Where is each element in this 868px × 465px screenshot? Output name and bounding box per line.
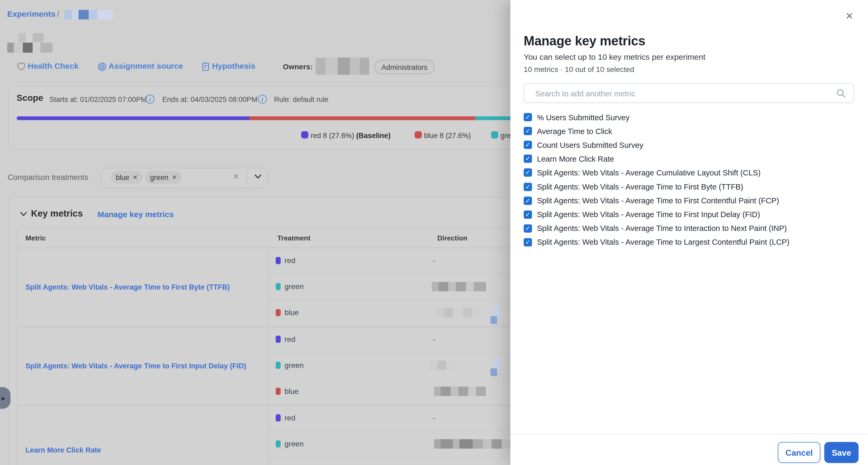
chip-label: blue [116, 173, 129, 181]
info-icon[interactable]: i [258, 95, 267, 104]
treatment-swatch-blue [276, 309, 281, 316]
legend-text: blue 8 (27.6%) [424, 132, 471, 140]
column-header-treatment: Treatment [277, 234, 310, 242]
checkbox-checked[interactable]: ✓ [524, 127, 532, 135]
treatment-name: green [285, 282, 304, 291]
metric-link-fid[interactable]: Split Agents: Web Vitals - Average Time … [26, 362, 264, 370]
metric-option-label: Split Agents: Web Vitals - Average Time … [537, 224, 787, 233]
metric-option[interactable]: ✓Average Time to Click [524, 124, 612, 138]
redacted-experiment-title [18, 33, 44, 42]
metric-option[interactable]: ✓Split Agents: Web Vitals - Average Time… [524, 194, 779, 208]
treatment-swatch-blue [276, 388, 281, 395]
tab-assignment-source[interactable]: Assignment source [108, 62, 183, 70]
treatment-swatch-green [276, 362, 281, 369]
redacted-direction [491, 368, 497, 376]
checkbox-checked[interactable]: ✓ [524, 141, 532, 149]
checkbox-checked[interactable]: ✓ [524, 169, 532, 177]
redacted-direction [434, 439, 510, 448]
metric-option-label: Count Users Submitted Survey [537, 140, 643, 149]
save-button[interactable]: Save [824, 442, 859, 463]
treatment-name: red [285, 335, 296, 343]
metric-option[interactable]: ✓Split Agents: Web Vitals - Average Time… [524, 221, 787, 235]
legend-text: gre [500, 132, 511, 140]
cancel-button[interactable]: Cancel [778, 442, 820, 463]
treatment-name: red [285, 256, 296, 265]
scope-rule: Rule: default rule [274, 95, 329, 104]
checkbox-checked[interactable]: ✓ [524, 113, 532, 121]
legend-swatch-blue [415, 132, 422, 139]
tab-hypothesis[interactable]: Hypothesis [212, 62, 255, 70]
metric-option-label: Learn More Click Rate [537, 154, 614, 163]
metric-link-learn-more[interactable]: Learn More Click Rate [26, 446, 264, 454]
treatment-swatch-green [276, 440, 281, 447]
metric-option[interactable]: ✓Count Users Submitted Survey [524, 138, 643, 152]
close-icon[interactable]: × [846, 10, 853, 22]
metric-option[interactable]: ✓Split Agents: Web Vitals - Average Cumu… [524, 166, 761, 180]
metric-option-label: Split Agents: Web Vitals - Average Time … [537, 238, 789, 246]
chip-remove-icon[interactable]: ✕ [172, 174, 177, 181]
column-header-metric: Metric [26, 234, 46, 242]
metrics-count-line: 10 metrics · 10 out of 10 selected [524, 65, 634, 74]
legend-label-green: gre [500, 132, 511, 140]
redacted-direction [430, 360, 456, 370]
info-icon[interactable]: i [146, 95, 154, 104]
metric-search-input[interactable] [534, 84, 830, 104]
footer-divider [510, 434, 868, 434]
legend-swatch-red [301, 132, 308, 139]
legend-baseline-suffix: (Baseline) [356, 132, 391, 140]
metric-option[interactable]: ✓Split Agents: Web Vitals - Average Time… [524, 235, 789, 249]
redacted-owner [315, 58, 369, 75]
chip-blue[interactable]: blue✕ [111, 171, 143, 184]
metric-option-label: Split Agents: Web Vitals - Average Time … [537, 210, 760, 219]
redacted-direction [436, 308, 480, 317]
metric-link-ttfb[interactable]: Split Agents: Web Vitals - Average Time … [26, 283, 264, 291]
metric-search-box [524, 83, 854, 103]
metric-option-label: Split Agents: Web Vitals - Average Time … [537, 196, 779, 205]
checkbox-checked[interactable]: ✓ [524, 196, 532, 205]
checkbox-checked[interactable]: ✓ [524, 224, 532, 233]
treatment-name: green [285, 440, 304, 448]
breadcrumb-separator: / [57, 9, 59, 18]
checkbox-checked[interactable]: ✓ [524, 155, 532, 163]
manage-key-metrics-link[interactable]: Manage key metrics [97, 210, 174, 219]
metric-option[interactable]: ✓Learn More Click Rate [524, 152, 614, 166]
treatment-swatch-red [276, 257, 281, 264]
treatment-name: blue [285, 309, 299, 317]
direction-value: - [433, 335, 435, 343]
chevron-down-icon[interactable] [254, 174, 262, 179]
key-metrics-title: Key metrics [31, 208, 83, 219]
chip-remove-icon[interactable]: ✕ [133, 174, 138, 181]
sidebar-expand-handle[interactable]: ▸ [0, 387, 10, 409]
tab-health-check[interactable]: Health Check [28, 62, 79, 70]
collapse-chevron-icon[interactable] [20, 211, 27, 216]
target-icon [97, 62, 106, 71]
allocation-segment-blue [249, 116, 475, 120]
direction-value: - [433, 256, 435, 265]
chip-green[interactable]: green✕ [145, 171, 182, 184]
treatment-name: blue [285, 387, 299, 396]
search-icon [836, 89, 846, 98]
checkbox-checked[interactable]: ✓ [524, 183, 532, 191]
metric-option[interactable]: ✓Split Agents: Web Vitals - Average Time… [524, 180, 743, 194]
redacted-experiment-title [7, 43, 53, 53]
treatment-swatch-red [276, 414, 281, 422]
breadcrumb-experiments-link[interactable]: Experiments [7, 9, 56, 18]
document-icon [201, 62, 210, 71]
chip-label: green [150, 173, 168, 181]
metric-option-label: % Users Submitted Survey [537, 113, 629, 121]
checkbox-checked[interactable]: ✓ [524, 238, 532, 246]
legend-label-blue: blue 8 (27.6%) [424, 132, 471, 140]
metric-option-label: Split Agents: Web Vitals - Average Time … [537, 182, 743, 191]
treatment-swatch-red [276, 336, 281, 343]
checkbox-checked[interactable]: ✓ [524, 210, 532, 219]
treatment-name: red [285, 414, 296, 422]
redacted-direction [434, 387, 486, 396]
clear-selection-icon[interactable]: ✕ [232, 172, 239, 182]
scope-ends-at: Ends at: 04/03/2025 08:00PM [162, 95, 257, 104]
screen: Experiments / Health Check Assignment so… [0, 0, 868, 465]
treatment-swatch-green [276, 283, 281, 290]
metric-option[interactable]: ✓% Users Submitted Survey [524, 110, 629, 124]
drawer-title: Manage key metrics [524, 34, 645, 49]
metric-option[interactable]: ✓Split Agents: Web Vitals - Average Time… [524, 208, 760, 221]
metric-option-label: Split Agents: Web Vitals - Average Cumul… [537, 168, 761, 177]
